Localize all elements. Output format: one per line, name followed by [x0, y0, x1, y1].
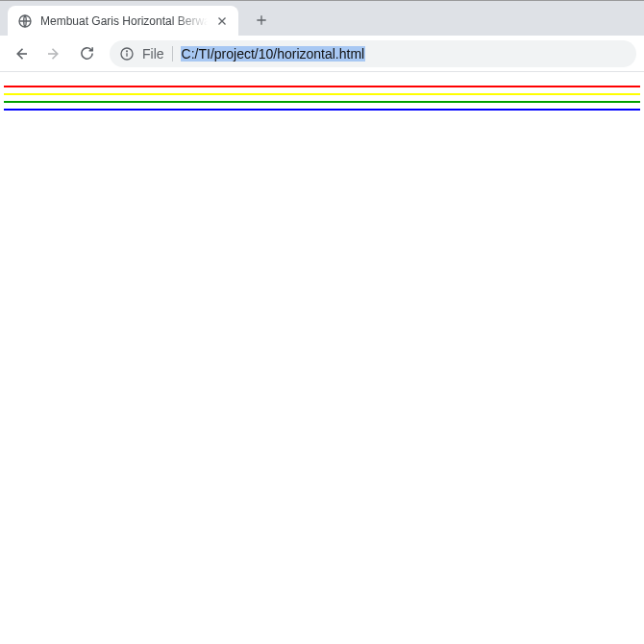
page-viewport: [0, 72, 644, 124]
back-button[interactable]: [8, 40, 35, 67]
reload-button[interactable]: [73, 40, 100, 67]
tab-strip: Membuat Garis Horizontal Berwarna: [0, 1, 644, 36]
browser-tab[interactable]: Membuat Garis Horizontal Berwarna: [8, 6, 238, 36]
svg-point-3: [127, 50, 128, 51]
horizontal-lines-container: [4, 86, 640, 111]
new-tab-button[interactable]: [248, 7, 275, 34]
tab-title: Membuat Garis Horizontal Berwarna: [40, 14, 208, 28]
address-bar[interactable]: File C:/TI/project/10/horizontal.html: [110, 40, 636, 67]
toolbar: File C:/TI/project/10/horizontal.html: [0, 36, 644, 72]
browser-chrome: Membuat Garis Horizontal Berwarna: [0, 0, 644, 72]
close-icon[interactable]: [215, 14, 229, 28]
horizontal-rule: [4, 109, 640, 111]
url-selected-text: C:/TI/project/10/horizontal.html: [181, 46, 366, 62]
url-text: C:/TI/project/10/horizontal.html: [181, 46, 627, 62]
forward-button[interactable]: [40, 40, 67, 67]
globe-icon: [17, 13, 33, 29]
info-icon[interactable]: [119, 46, 135, 62]
horizontal-rule: [4, 93, 640, 95]
url-scheme-label: File: [142, 46, 173, 62]
horizontal-rule: [4, 101, 640, 103]
horizontal-rule: [4, 86, 640, 87]
